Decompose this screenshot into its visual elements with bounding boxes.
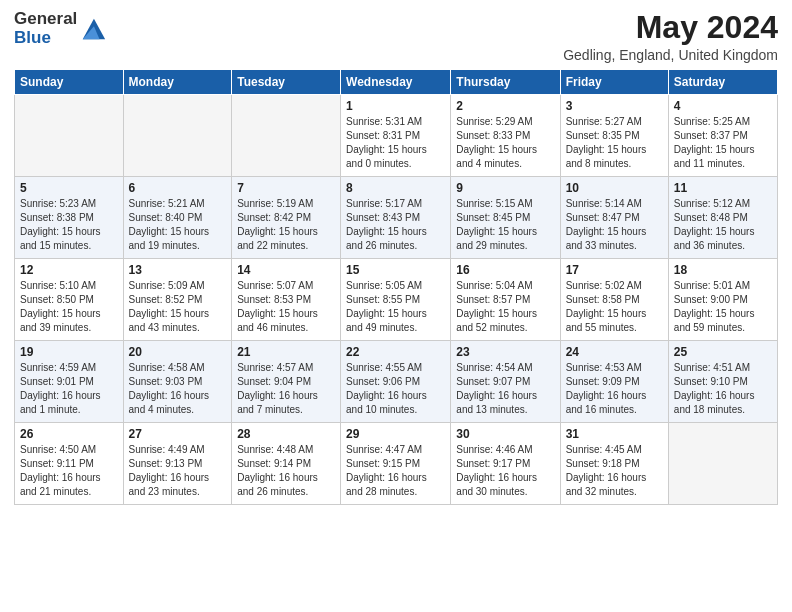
- sunset-text: Sunset: 8:50 PM: [20, 293, 118, 307]
- calendar-cell: 25Sunrise: 4:51 AMSunset: 9:10 PMDayligh…: [668, 341, 777, 423]
- calendar-cell: 4Sunrise: 5:25 AMSunset: 8:37 PMDaylight…: [668, 95, 777, 177]
- sunrise-text: Sunrise: 5:17 AM: [346, 197, 445, 211]
- daylight-text: Daylight: 15 hours and 55 minutes.: [566, 307, 663, 335]
- sunset-text: Sunset: 9:00 PM: [674, 293, 772, 307]
- sunrise-text: Sunrise: 5:29 AM: [456, 115, 554, 129]
- daylight-text: Daylight: 15 hours and 39 minutes.: [20, 307, 118, 335]
- day-info: Sunrise: 5:05 AMSunset: 8:55 PMDaylight:…: [346, 279, 445, 335]
- sunrise-text: Sunrise: 5:25 AM: [674, 115, 772, 129]
- daylight-text: Daylight: 16 hours and 7 minutes.: [237, 389, 335, 417]
- day-header-saturday: Saturday: [668, 70, 777, 95]
- sunset-text: Sunset: 8:57 PM: [456, 293, 554, 307]
- day-number: 5: [20, 181, 118, 195]
- day-number: 6: [129, 181, 227, 195]
- header: General Blue May 2024 Gedling, England, …: [14, 10, 778, 63]
- sunset-text: Sunset: 8:40 PM: [129, 211, 227, 225]
- day-header-thursday: Thursday: [451, 70, 560, 95]
- sunset-text: Sunset: 8:43 PM: [346, 211, 445, 225]
- calendar-cell: 5Sunrise: 5:23 AMSunset: 8:38 PMDaylight…: [15, 177, 124, 259]
- daylight-text: Daylight: 16 hours and 4 minutes.: [129, 389, 227, 417]
- day-info: Sunrise: 5:21 AMSunset: 8:40 PMDaylight:…: [129, 197, 227, 253]
- sunset-text: Sunset: 8:48 PM: [674, 211, 772, 225]
- daylight-text: Daylight: 15 hours and 52 minutes.: [456, 307, 554, 335]
- day-number: 29: [346, 427, 445, 441]
- day-number: 19: [20, 345, 118, 359]
- sunset-text: Sunset: 9:15 PM: [346, 457, 445, 471]
- day-info: Sunrise: 5:04 AMSunset: 8:57 PMDaylight:…: [456, 279, 554, 335]
- daylight-text: Daylight: 16 hours and 13 minutes.: [456, 389, 554, 417]
- sunset-text: Sunset: 8:52 PM: [129, 293, 227, 307]
- daylight-text: Daylight: 15 hours and 46 minutes.: [237, 307, 335, 335]
- sunrise-text: Sunrise: 5:21 AM: [129, 197, 227, 211]
- day-info: Sunrise: 4:46 AMSunset: 9:17 PMDaylight:…: [456, 443, 554, 499]
- sunrise-text: Sunrise: 5:02 AM: [566, 279, 663, 293]
- day-number: 31: [566, 427, 663, 441]
- sunrise-text: Sunrise: 4:49 AM: [129, 443, 227, 457]
- day-number: 10: [566, 181, 663, 195]
- title-block: May 2024 Gedling, England, United Kingdo…: [563, 10, 778, 63]
- calendar-cell: 7Sunrise: 5:19 AMSunset: 8:42 PMDaylight…: [232, 177, 341, 259]
- day-number: 20: [129, 345, 227, 359]
- sunrise-text: Sunrise: 4:50 AM: [20, 443, 118, 457]
- calendar-cell: 10Sunrise: 5:14 AMSunset: 8:47 PMDayligh…: [560, 177, 668, 259]
- daylight-text: Daylight: 15 hours and 22 minutes.: [237, 225, 335, 253]
- calendar-cell: [123, 95, 232, 177]
- day-info: Sunrise: 5:27 AMSunset: 8:35 PMDaylight:…: [566, 115, 663, 171]
- calendar-cell: 13Sunrise: 5:09 AMSunset: 8:52 PMDayligh…: [123, 259, 232, 341]
- sunrise-text: Sunrise: 4:47 AM: [346, 443, 445, 457]
- day-number: 4: [674, 99, 772, 113]
- sunset-text: Sunset: 9:13 PM: [129, 457, 227, 471]
- logo-text: General Blue: [14, 10, 77, 47]
- sunset-text: Sunset: 9:09 PM: [566, 375, 663, 389]
- daylight-text: Daylight: 16 hours and 21 minutes.: [20, 471, 118, 499]
- daylight-text: Daylight: 15 hours and 0 minutes.: [346, 143, 445, 171]
- sunrise-text: Sunrise: 4:48 AM: [237, 443, 335, 457]
- daylight-text: Daylight: 15 hours and 49 minutes.: [346, 307, 445, 335]
- calendar-cell: 18Sunrise: 5:01 AMSunset: 9:00 PMDayligh…: [668, 259, 777, 341]
- daylight-text: Daylight: 15 hours and 15 minutes.: [20, 225, 118, 253]
- calendar-cell: 16Sunrise: 5:04 AMSunset: 8:57 PMDayligh…: [451, 259, 560, 341]
- daylight-text: Daylight: 15 hours and 8 minutes.: [566, 143, 663, 171]
- day-info: Sunrise: 4:50 AMSunset: 9:11 PMDaylight:…: [20, 443, 118, 499]
- day-info: Sunrise: 5:17 AMSunset: 8:43 PMDaylight:…: [346, 197, 445, 253]
- day-number: 30: [456, 427, 554, 441]
- sunrise-text: Sunrise: 4:57 AM: [237, 361, 335, 375]
- sunset-text: Sunset: 8:53 PM: [237, 293, 335, 307]
- day-number: 21: [237, 345, 335, 359]
- calendar-cell: [232, 95, 341, 177]
- day-header-wednesday: Wednesday: [341, 70, 451, 95]
- calendar-cell: 6Sunrise: 5:21 AMSunset: 8:40 PMDaylight…: [123, 177, 232, 259]
- day-info: Sunrise: 5:07 AMSunset: 8:53 PMDaylight:…: [237, 279, 335, 335]
- sunrise-text: Sunrise: 5:04 AM: [456, 279, 554, 293]
- day-info: Sunrise: 5:23 AMSunset: 8:38 PMDaylight:…: [20, 197, 118, 253]
- day-number: 13: [129, 263, 227, 277]
- calendar-cell: 8Sunrise: 5:17 AMSunset: 8:43 PMDaylight…: [341, 177, 451, 259]
- day-number: 1: [346, 99, 445, 113]
- day-number: 3: [566, 99, 663, 113]
- daylight-text: Daylight: 16 hours and 23 minutes.: [129, 471, 227, 499]
- day-info: Sunrise: 4:45 AMSunset: 9:18 PMDaylight:…: [566, 443, 663, 499]
- logo-general: General: [14, 10, 77, 29]
- sunrise-text: Sunrise: 4:45 AM: [566, 443, 663, 457]
- calendar-cell: 12Sunrise: 5:10 AMSunset: 8:50 PMDayligh…: [15, 259, 124, 341]
- logo: General Blue: [14, 10, 107, 47]
- daylight-text: Daylight: 15 hours and 11 minutes.: [674, 143, 772, 171]
- logo-icon: [79, 15, 107, 43]
- sunrise-text: Sunrise: 5:01 AM: [674, 279, 772, 293]
- day-number: 28: [237, 427, 335, 441]
- day-info: Sunrise: 5:02 AMSunset: 8:58 PMDaylight:…: [566, 279, 663, 335]
- sunset-text: Sunset: 8:37 PM: [674, 129, 772, 143]
- sunrise-text: Sunrise: 4:59 AM: [20, 361, 118, 375]
- calendar-cell: 20Sunrise: 4:58 AMSunset: 9:03 PMDayligh…: [123, 341, 232, 423]
- day-info: Sunrise: 4:53 AMSunset: 9:09 PMDaylight:…: [566, 361, 663, 417]
- sunset-text: Sunset: 9:07 PM: [456, 375, 554, 389]
- sunrise-text: Sunrise: 5:10 AM: [20, 279, 118, 293]
- daylight-text: Daylight: 15 hours and 29 minutes.: [456, 225, 554, 253]
- day-header-tuesday: Tuesday: [232, 70, 341, 95]
- day-number: 9: [456, 181, 554, 195]
- calendar-cell: 30Sunrise: 4:46 AMSunset: 9:17 PMDayligh…: [451, 423, 560, 505]
- sunrise-text: Sunrise: 4:51 AM: [674, 361, 772, 375]
- day-number: 2: [456, 99, 554, 113]
- day-info: Sunrise: 5:15 AMSunset: 8:45 PMDaylight:…: [456, 197, 554, 253]
- day-number: 22: [346, 345, 445, 359]
